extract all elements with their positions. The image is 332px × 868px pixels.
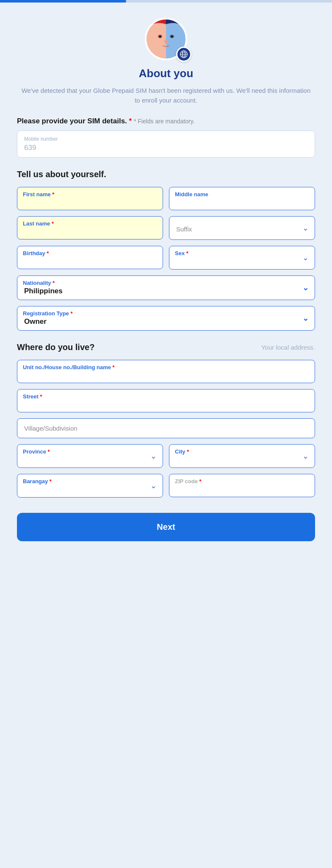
globe-badge-inner <box>177 48 190 61</box>
sex-wrapper: Sex * ⌄ <box>169 246 315 270</box>
suffix-chevron-icon: ⌄ <box>302 223 309 233</box>
address-header: Where do you live? Your local address. <box>17 342 315 352</box>
barangay-chevron-icon: ⌄ <box>150 481 157 490</box>
registration-type-chevron-icon: ⌄ <box>302 314 309 323</box>
mobile-label: Mobile number <box>24 136 308 142</box>
barangay-select[interactable]: ⌄ <box>17 474 163 498</box>
street-wrapper: Street * <box>17 389 315 412</box>
province-wrapper: Province * ⌄ <box>17 444 163 468</box>
nationality-select[interactable]: Philippines ⌄ <box>17 275 315 300</box>
mobile-number-box: Mobile number 639 <box>17 131 315 158</box>
personal-section: Tell us about yourself. First name * Mid… <box>17 170 315 331</box>
mandatory-star: * <box>129 117 132 125</box>
first-name-input[interactable] <box>17 187 163 210</box>
middle-name-input[interactable] <box>169 187 315 210</box>
mobile-value: 639 <box>24 144 308 152</box>
street-input[interactable] <box>17 389 315 412</box>
page-title: About you <box>17 67 315 80</box>
middle-name-field-wrapper: Middle name <box>169 187 315 210</box>
barangay-field-wrapper: Barangay * ⌄ <box>17 474 163 498</box>
nationality-value: Philippines <box>24 287 63 295</box>
svg-point-4 <box>164 39 168 44</box>
last-name-input[interactable] <box>17 216 163 239</box>
personal-section-title: Tell us about yourself. <box>17 170 315 179</box>
last-name-wrapper: Last name * <box>17 216 163 239</box>
sex-select[interactable]: ⌄ <box>169 246 315 270</box>
name-row-2: Last name * Suffix ⌄ <box>17 216 315 240</box>
zip-field-wrapper: ZIP code * <box>169 474 315 498</box>
barangay-zip-row: Barangay * ⌄ ZIP code * <box>17 474 315 498</box>
unit-input[interactable] <box>17 360 315 383</box>
avatar <box>145 18 187 60</box>
city-chevron-icon: ⌄ <box>302 451 309 461</box>
city-wrapper: City * ⌄ <box>169 444 315 468</box>
first-name-field-wrapper: First name * <box>17 187 163 210</box>
first-name-wrapper: First name * <box>17 187 163 210</box>
province-field-wrapper: Province * ⌄ <box>17 444 163 468</box>
village-subdivision-field[interactable]: Village/Subdivision <box>17 418 315 438</box>
mandatory-note: * Fields are mandatory. <box>134 118 195 125</box>
birthday-sex-row: Birthday * Sex * ⌄ <box>17 246 315 270</box>
sim-details-section: Please provide your SIM details. * * Fie… <box>17 117 315 158</box>
next-button[interactable]: Next <box>17 513 315 541</box>
registration-type-value: Owner <box>24 317 47 326</box>
svg-point-8 <box>171 36 173 38</box>
zip-input[interactable] <box>169 474 315 497</box>
birthday-input[interactable] <box>17 246 163 269</box>
address-subtitle: Your local address. <box>261 344 315 351</box>
province-city-row: Province * ⌄ City * ⌄ <box>17 444 315 468</box>
address-section: Where do you live? Your local address. U… <box>17 342 315 541</box>
address-title: Where do you live? <box>17 342 94 352</box>
sim-details-label: Please provide your SIM details. * * Fie… <box>17 117 315 125</box>
suffix-label: Suffix <box>176 225 192 233</box>
svg-point-6 <box>159 36 161 38</box>
last-name-field-wrapper: Last name * <box>17 216 163 240</box>
registration-type-select[interactable]: Owner ⌄ <box>17 306 315 331</box>
globe-icon <box>180 50 188 58</box>
globe-badge <box>176 47 191 62</box>
nationality-wrapper: Nationality * Philippines ⌄ <box>17 275 315 300</box>
birthday-wrapper: Birthday * <box>17 246 163 269</box>
suffix-select[interactable]: Suffix ⌄ <box>169 216 315 240</box>
page-subtitle: We've detected that your Globe Prepaid S… <box>17 86 315 105</box>
barangay-wrapper: Barangay * ⌄ <box>17 474 163 498</box>
name-row-1: First name * Middle name <box>17 187 315 210</box>
middle-name-wrapper: Middle name <box>169 187 315 210</box>
registration-type-wrapper: Registration Type * Owner ⌄ <box>17 306 315 331</box>
suffix-field-wrapper: Suffix ⌄ <box>169 216 315 240</box>
avatar-container <box>17 18 315 60</box>
city-select[interactable]: ⌄ <box>169 444 315 468</box>
nationality-chevron-icon: ⌄ <box>302 283 309 292</box>
province-chevron-icon: ⌄ <box>150 451 157 461</box>
svg-rect-2 <box>145 18 166 60</box>
zip-wrapper: ZIP code * <box>169 474 315 497</box>
suffix-wrapper: Suffix ⌄ <box>169 216 315 240</box>
sex-field-wrapper: Sex * ⌄ <box>169 246 315 270</box>
unit-wrapper: Unit no./House no./Building name * <box>17 360 315 383</box>
village-label-text: Village/Subdivision <box>24 425 77 432</box>
sex-chevron-icon: ⌄ <box>302 253 309 262</box>
city-field-wrapper: City * ⌄ <box>169 444 315 468</box>
birthday-field-wrapper: Birthday * <box>17 246 163 270</box>
province-select[interactable]: ⌄ <box>17 444 163 468</box>
